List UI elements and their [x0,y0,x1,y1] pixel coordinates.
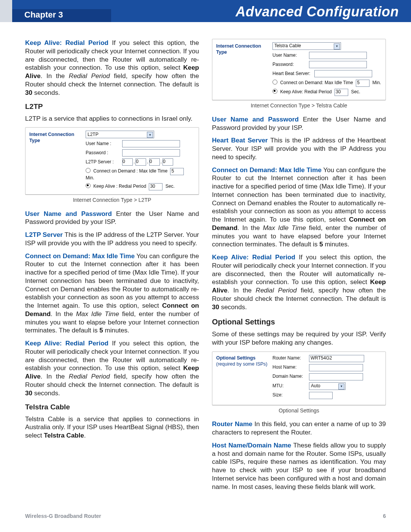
telstra-keep-alive-radio[interactable] [272,89,277,94]
select-value: Auto [311,383,320,389]
bold-30: 30 [212,304,219,311]
l2tp-ip-4[interactable]: 0 [162,158,173,166]
bold-30b: 30 [25,390,32,397]
footer-page-number: 6 [383,513,386,519]
term-ka: Keep Alive: Redial Period [212,254,295,261]
l2tp-ip-1[interactable]: 0 [122,158,133,166]
ital-rp: Redial Period [256,287,297,294]
unit-sec: Sec. [351,89,360,94]
para-keepalive-top: Keep Alive: Redial Period If you select … [25,39,199,97]
telstra-password-input[interactable] [309,61,367,68]
term-keepalive: Keep Alive: Redial Period [25,39,108,46]
panel-label: Internet Connection Type [29,131,86,144]
text: seconds. [32,390,60,397]
para-hbs: Heart Beat Server This is the IP address… [212,136,386,161]
text: . In the [237,224,263,232]
term-cod: Connect on Demand: Max Idle Time [25,252,135,260]
label-username: User Name: [272,53,309,58]
telstra-username-input[interactable] [309,52,367,59]
term-hbs: Heart Beat Server [212,137,268,144]
ital-mit: Max Idle Time [76,310,119,318]
label-hbs: Heart Beat Server: [272,71,314,77]
text: . In the [228,287,256,294]
l2tp-max-idle-input[interactable]: 5 [170,168,184,175]
text: These fields allow you to supply a host … [212,442,386,490]
bold-telstra: Telstra Cable [44,432,84,439]
term-ka: Keep Alive: Redial Period [25,340,108,347]
host-name-input[interactable] [309,364,363,371]
telstra-max-idle-input[interactable]: 5 [356,80,370,87]
para-cod-r: Connect on Demand: Max Idle Time You can… [212,166,386,249]
chevron-down-icon: ▾ [338,383,344,390]
label-password: Password: [272,62,309,67]
figure-optional: Optional Settings (required by some ISPs… [212,351,386,414]
l2tp-ip-2[interactable]: 0 [135,158,146,166]
right-column: Internet Connection Type Telstra Cable ▾… [212,39,386,495]
term-userpass: User Name and Password [25,210,112,217]
term-routername: Router Name [212,420,252,428]
label-cod: Connect on Demand: Max Idle Time [280,80,353,85]
para-router-name: Router Name In this field, you can enter… [212,420,386,437]
l2tp-ip-3[interactable]: 0 [149,158,160,166]
chapter-label: Chapter 3 [24,10,63,20]
label-host-name: Host Name: [272,364,309,370]
screenshot-l2tp: Internet Connection Type L2TP ▾ User Nam… [25,127,199,194]
figure-l2tp: Internet Connection Type L2TP ▾ User Nam… [25,127,199,203]
term-hostdomain: Host Name/Domain Name [212,442,291,449]
bold-30: 30 [25,89,32,96]
mtu-select[interactable]: Auto ▾ [309,382,346,390]
term-userpass: User Name and Password [212,116,299,123]
text: minutes. [103,327,129,334]
unit-min: Min. [372,80,381,85]
ital-mit: Max Idle Time [263,224,306,232]
label-l2tp-server: L2TP Server : [86,159,122,165]
screenshot-telstra: Internet Connection Type Telstra Cable ▾… [212,39,386,100]
side-strip [0,0,12,22]
chevron-down-icon: ▾ [147,132,153,138]
term-cod: Connect on Demand: Max Idle Time [212,166,322,174]
panel-label-line1: Optional Settings [216,355,272,361]
l2tp-username-input[interactable] [122,140,180,147]
figure-telstra: Internet Connection Type Telstra Cable ▾… [212,39,386,109]
size-input[interactable] [309,392,333,399]
router-name-input[interactable]: WRT54G2 [309,355,364,362]
l2tp-password-input[interactable] [122,149,180,157]
l2tp-connect-on-demand-radio[interactable] [86,168,91,173]
select-value: Telstra Cable [274,43,301,49]
panel-label: Optional Settings (required by some ISPs… [216,355,272,367]
heading-l2tp: L2TP [25,102,199,111]
chevron-down-icon: ▾ [334,43,340,50]
term-l2tpsrv: L2TP Server [25,231,63,238]
label-cod: Connect on Demand : Max Idle Time [93,168,167,174]
ital-redial: Redial Period [69,72,110,80]
unit-sec: Sec. [166,184,175,189]
telstra-hbs-input[interactable] [314,70,372,77]
l2tp-redial-input[interactable]: 30 [149,183,162,190]
label-username: User Name : [86,141,122,147]
left-column: Keep Alive: Redial Period If you select … [25,39,199,495]
figure-caption-l2tp: Internet Connection Type > L2TP [25,197,199,204]
para-l2tp-intro: L2TP is a service that applies to connec… [25,115,199,123]
telstra-connection-type-select[interactable]: Telstra Cable ▾ [272,42,341,50]
ital-rp: Redial Period [69,373,110,380]
label-router-name: Router Name: [272,355,309,361]
heading-telstra: Telstra Cable [25,403,199,412]
figure-caption-telstra: Internet Connection Type > Telstra Cable [212,102,386,109]
label-mtu: MTU: [272,383,309,389]
para-ka-r: Keep Alive: Redial Period If you select … [212,253,386,311]
telstra-redial-input[interactable]: 30 [335,89,348,96]
l2tp-connection-type-select[interactable]: L2TP ▾ [86,131,154,138]
para-telstra: Telstra Cable is a service that applies … [25,415,199,440]
para-l2tpsrv: L2TP Server This is the IP address of th… [25,231,199,248]
para-cod-l: Connect on Demand: Max Idle Time You can… [25,252,199,335]
label-ka: Keep Alive: Redial Period [280,89,331,94]
para-userpass-l: User Name and Password Enter the User Na… [25,210,199,227]
l2tp-keep-alive-radio[interactable] [86,183,91,188]
para-ka-l: Keep Alive: Redial Period If you select … [25,339,199,397]
heading-optional: Optional Settings [212,317,386,327]
screenshot-optional: Optional Settings (required by some ISPs… [212,351,386,405]
bold-5: 5 [99,327,103,334]
para-hostdomain: Host Name/Domain Name These fields allow… [212,441,386,491]
telstra-connect-on-demand-radio[interactable] [272,80,277,85]
domain-name-input[interactable] [309,373,363,380]
